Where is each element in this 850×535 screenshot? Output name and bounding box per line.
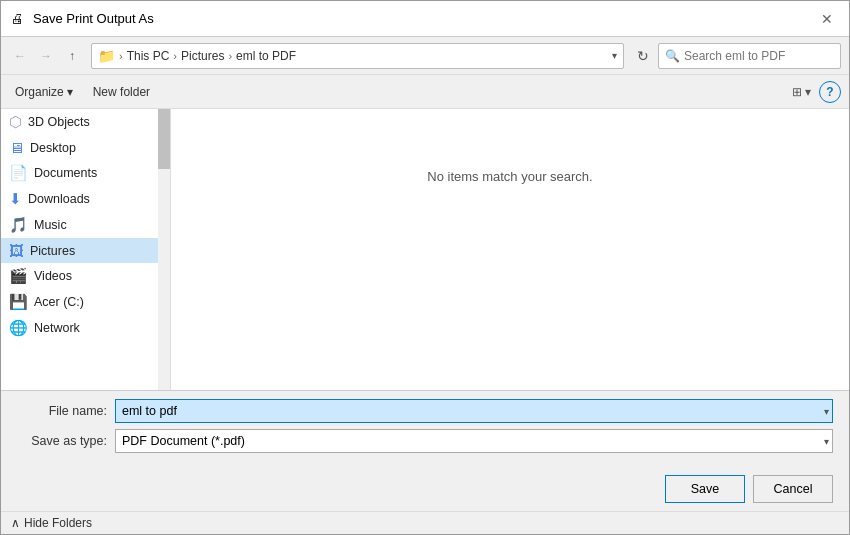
forward-button[interactable]: → xyxy=(35,45,57,67)
acer-c-icon: 💾 xyxy=(9,293,28,311)
save-dialog: 🖨 Save Print Output As ✕ ← → ↑ 📁 › This … xyxy=(0,0,850,535)
sidebar-item-label: Network xyxy=(34,321,80,335)
sidebar-item-label: 3D Objects xyxy=(28,115,90,129)
network-icon: 🌐 xyxy=(9,319,28,337)
nav-bar: ← → ↑ 📁 › This PC › Pictures › eml to PD… xyxy=(1,37,849,75)
empty-message: No items match your search. xyxy=(427,169,592,184)
3d-objects-icon: ⬡ xyxy=(9,113,22,131)
dialog-icon: 🖨 xyxy=(11,11,27,27)
sidebar-item-label: Desktop xyxy=(30,141,76,155)
back-button[interactable]: ← xyxy=(9,45,31,67)
organize-label: Organize xyxy=(15,85,64,99)
cancel-button[interactable]: Cancel xyxy=(753,475,833,503)
organize-button[interactable]: Organize ▾ xyxy=(9,82,79,102)
sidebar-item-music[interactable]: 🎵 Music xyxy=(1,212,170,238)
dialog-buttons: Save Cancel xyxy=(1,467,849,511)
sidebar-item-label: Acer (C:) xyxy=(34,295,84,309)
new-folder-label: New folder xyxy=(93,85,150,99)
savetype-row: Save as type: ▾ xyxy=(17,429,833,453)
filename-input[interactable] xyxy=(115,399,833,423)
sidebar-item-label: Videos xyxy=(34,269,72,283)
search-bar[interactable]: 🔍 xyxy=(658,43,841,69)
up-button[interactable]: ↑ xyxy=(61,45,83,67)
scrollbar-thumb[interactable] xyxy=(158,109,170,169)
hide-folders-bar[interactable]: ∧ Hide Folders xyxy=(1,511,849,534)
sidebar-item-label: Pictures xyxy=(30,244,75,258)
filename-label: File name: xyxy=(17,404,107,418)
breadcrumb-folder-icon: 📁 xyxy=(98,48,115,64)
sidebar-item-label: Documents xyxy=(34,166,97,180)
toolbar: Organize ▾ New folder ⊞ ▾ ? xyxy=(1,75,849,109)
help-button[interactable]: ? xyxy=(819,81,841,103)
title-bar: 🖨 Save Print Output As ✕ xyxy=(1,1,849,37)
sidebar-item-network[interactable]: 🌐 Network xyxy=(1,315,170,341)
toolbar-right: ⊞ ▾ ? xyxy=(788,81,841,103)
documents-icon: 📄 xyxy=(9,164,28,182)
close-button[interactable]: ✕ xyxy=(815,7,839,31)
scrollbar-track[interactable] xyxy=(158,109,170,390)
breadcrumb-bar[interactable]: 📁 › This PC › Pictures › eml to PDF ▾ xyxy=(91,43,624,69)
filename-row: File name: ▾ xyxy=(17,399,833,423)
view-button[interactable]: ⊞ ▾ xyxy=(788,83,815,101)
pictures-icon: 🖼 xyxy=(9,242,24,259)
sidebar-item-downloads[interactable]: ⬇ Downloads xyxy=(1,186,170,212)
breadcrumb-eml-to-pdf[interactable]: eml to PDF xyxy=(236,49,296,63)
dialog-title: Save Print Output As xyxy=(33,11,815,26)
filename-wrapper: ▾ xyxy=(115,399,833,423)
save-button[interactable]: Save xyxy=(665,475,745,503)
music-icon: 🎵 xyxy=(9,216,28,234)
downloads-icon: ⬇ xyxy=(9,190,22,208)
sidebar-item-documents[interactable]: 📄 Documents xyxy=(1,160,170,186)
sidebar-item-label: Music xyxy=(34,218,67,232)
sidebar-item-desktop[interactable]: 🖥 Desktop xyxy=(1,135,170,160)
desktop-icon: 🖥 xyxy=(9,139,24,156)
savetype-input xyxy=(115,429,833,453)
refresh-button[interactable]: ↻ xyxy=(632,45,654,67)
organize-dropdown-icon: ▾ xyxy=(67,85,73,99)
sidebar: ▲ ⬡ 3D Objects 🖥 Desktop 📄 Documents ⬇ D… xyxy=(1,109,171,390)
savetype-label: Save as type: xyxy=(17,434,107,448)
breadcrumb-pictures[interactable]: Pictures xyxy=(181,49,224,63)
content-area: No items match your search. xyxy=(171,109,849,390)
sidebar-item-acer-c[interactable]: 💾 Acer (C:) xyxy=(1,289,170,315)
sidebar-item-pictures[interactable]: 🖼 Pictures xyxy=(1,238,170,263)
savetype-wrapper: ▾ xyxy=(115,429,833,453)
breadcrumb-dropdown-arrow[interactable]: ▾ xyxy=(612,50,617,61)
search-icon: 🔍 xyxy=(665,49,680,63)
sidebar-item-videos[interactable]: 🎬 Videos xyxy=(1,263,170,289)
bottom-panel: File name: ▾ Save as type: ▾ xyxy=(1,390,849,467)
search-input[interactable] xyxy=(684,49,834,63)
breadcrumb-this-pc[interactable]: This PC xyxy=(127,49,170,63)
hide-folders-label: Hide Folders xyxy=(24,516,92,530)
sidebar-item-3d-objects[interactable]: ⬡ 3D Objects xyxy=(1,109,170,135)
videos-icon: 🎬 xyxy=(9,267,28,285)
view-dropdown-icon: ▾ xyxy=(805,85,811,99)
hide-folders-icon: ∧ xyxy=(11,516,20,530)
new-folder-button[interactable]: New folder xyxy=(87,82,156,102)
sidebar-item-label: Downloads xyxy=(28,192,90,206)
main-area: ▲ ⬡ 3D Objects 🖥 Desktop 📄 Documents ⬇ D… xyxy=(1,109,849,390)
view-icon: ⊞ xyxy=(792,85,802,99)
